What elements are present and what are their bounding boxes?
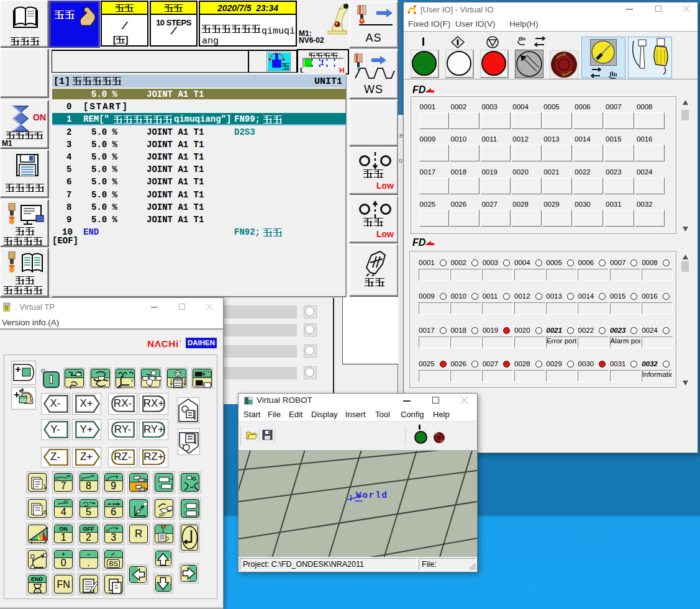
svg-text:No: No [20,397,27,404]
svg-text:Y: Y [130,378,134,384]
svg-text:x: x [119,384,121,389]
svg-text:z: z [122,372,124,377]
svg-text:G: G [192,476,196,482]
